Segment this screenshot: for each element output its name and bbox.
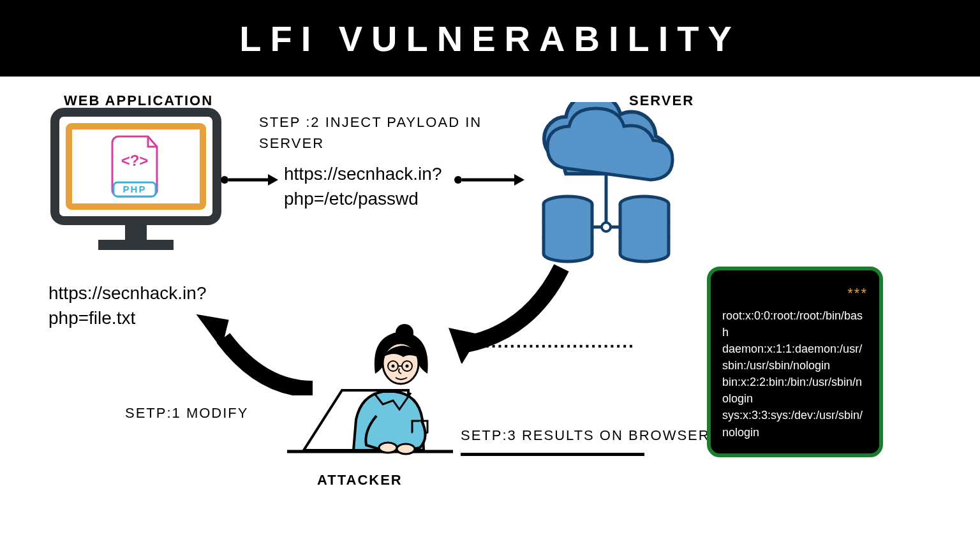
arrow-payload-to-server — [454, 172, 524, 187]
svg-point-22 — [379, 443, 397, 453]
payload-url-line2: php=/etc/passwd — [284, 189, 419, 209]
svg-point-10 — [454, 176, 462, 184]
step3-label: SETP:3 RESULTS ON BROWSERS — [461, 427, 720, 444]
terminal-content: root:x:0:0:root:/root:/bin/bash daemon:x… — [722, 307, 868, 441]
attacker-icon — [281, 312, 459, 466]
page-title: LFI VULNERABILITY — [0, 0, 980, 77]
svg-point-23 — [397, 444, 415, 454]
svg-text:PHP: PHP — [123, 184, 147, 195]
attacker-label: ATTACKER — [317, 472, 403, 489]
dotted-connector: ........................ — [485, 332, 635, 352]
terminal-output: *** root:x:0:0:root:/root:/bin/bash daem… — [707, 267, 883, 457]
svg-point-15 — [602, 223, 611, 231]
step2-line1: STEP :2 INJECT PAYLOAD IN — [259, 114, 482, 130]
svg-marker-9 — [268, 174, 278, 186]
step1-label: SETP:1 MODIFY — [125, 405, 248, 422]
svg-point-7 — [221, 176, 228, 184]
svg-text:<?>: <?> — [121, 152, 149, 169]
monitor-icon: <?> PHP — [50, 107, 222, 257]
svg-rect-2 — [125, 223, 147, 240]
terminal-stars: *** — [722, 283, 868, 304]
step3-underline — [461, 453, 644, 456]
step2-line2: SERVER — [259, 135, 324, 151]
svg-rect-3 — [98, 240, 174, 250]
title-text: LFI VULNERABILITY — [239, 18, 741, 59]
payload-url-line1: https://secnhack.in? — [284, 164, 442, 184]
svg-point-30 — [406, 365, 409, 368]
original-url-line1: https://secnhack.in? — [48, 283, 206, 303]
original-url-line2: php=file.txt — [48, 308, 135, 328]
server-icon — [523, 102, 689, 268]
arrow-webapp-to-payload — [221, 172, 278, 187]
svg-point-29 — [392, 365, 395, 368]
